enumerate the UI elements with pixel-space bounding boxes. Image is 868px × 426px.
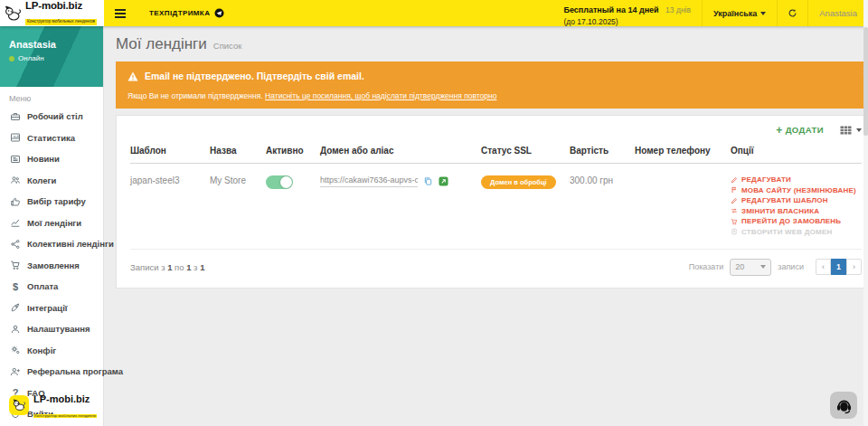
profile-panel: Anastasia Онлайн <box>0 26 103 87</box>
sidebar-item-integrations[interactable]: Інтеграції <box>0 298 103 319</box>
telegram-icon <box>214 8 224 18</box>
trial-plan-label: Бесплатный на 14 дней <box>563 5 658 14</box>
share-icon <box>10 239 21 250</box>
username-menu[interactable]: Anastasia <box>807 0 868 26</box>
headset-icon <box>835 397 853 414</box>
page-1-button[interactable]: 1 <box>831 259 846 275</box>
sidebar-item-desktop[interactable]: Робочий стіл <box>0 106 103 128</box>
domain-link[interactable]: https://cakawi7636-aupvs-com-42 <box>320 175 418 187</box>
table-row: japan-steel3 My Store https://cakawi7636… <box>130 164 862 250</box>
desktop-icon <box>10 111 21 122</box>
row-options: РЕДАГУВАТИ МОВА САЙТУ (НЕЗМІНЮВАНЕ) РЕДА… <box>731 164 862 250</box>
resend-confirmation-link[interactable]: Натисніть це посилання, щоб надіслати пі… <box>265 91 496 100</box>
brand-tagline: Конструктор мобильных лендингов <box>25 19 97 25</box>
page-title: Мої лендінги <box>116 35 207 53</box>
sidebar-item-colleagues[interactable]: Колеги <box>0 170 103 192</box>
main-content: Мої лендінги Список Email не підтверджен… <box>104 26 868 426</box>
chevron-down-icon <box>856 128 862 132</box>
open-site-icon[interactable] <box>439 176 448 186</box>
edit-option[interactable]: РЕДАГУВАТИ <box>731 175 856 184</box>
col-header-active: Активно <box>266 138 320 164</box>
menu-section-label: Меню <box>0 87 103 106</box>
trend-chart-icon <box>10 217 21 228</box>
rocket-icon <box>10 302 21 313</box>
scrollbar-thumb[interactable] <box>863 27 868 136</box>
newspaper-icon <box>10 154 21 165</box>
dog-mascot-icon <box>9 395 29 415</box>
email-warning-banner: Email не підтверджено. Підтвердіть свій … <box>116 62 868 109</box>
grid-view-icon <box>840 126 852 135</box>
sidebar-item-payment[interactable]: $Оплата <box>0 276 103 298</box>
sidebar-item-tariff[interactable]: Вибір тарифу <box>0 191 103 213</box>
col-header-options: Опції <box>731 138 862 164</box>
pagination: ‹ 1 › <box>816 259 862 275</box>
page-size-select[interactable]: 20 <box>730 259 771 276</box>
dog-mascot-icon <box>4 5 22 22</box>
support-label: ТЕХПІДТРИМКА <box>149 9 210 17</box>
cell-phone <box>635 164 731 250</box>
banner-title-text: Email не підтверджено. Підтвердіть свій … <box>145 71 364 81</box>
col-header-cost: Вартість <box>570 138 635 164</box>
site-language-option[interactable]: МОВА САЙТУ (НЕЗМІНЮВАНЕ) <box>731 186 856 194</box>
language-selector[interactable]: Українська <box>702 0 777 26</box>
sidebar-footer-logo[interactable]: LP-mobi.biz Конструктор мобільних лендин… <box>9 391 97 420</box>
trial-until-date: (до 17.10.2025) <box>563 17 691 27</box>
user-icon <box>10 324 21 335</box>
go-to-orders-option[interactable]: ПЕРЕЙТИ ДО ЗАМОВЛЕНЬ <box>731 217 856 225</box>
user-plus-icon <box>10 366 21 377</box>
support-chat-button[interactable] <box>830 392 857 419</box>
next-page-button[interactable]: › <box>846 259 862 275</box>
create-web-domain-option[interactable]: СТВОРИТИ WEB ДОМЕН <box>731 228 856 236</box>
copy-icon[interactable] <box>423 176 433 186</box>
pencil-icon <box>731 197 738 204</box>
refresh-button[interactable] <box>777 0 807 26</box>
sidebar-item-settings[interactable]: Налаштування <box>0 318 103 340</box>
change-owner-option[interactable]: ЗМІНИТИ ВЛАСНИКА <box>731 207 856 215</box>
col-header-name: Назва <box>210 138 266 164</box>
pencil-icon <box>731 176 738 184</box>
sidebar-item-statistics[interactable]: Статистика <box>0 128 103 149</box>
profile-name: Anastasia <box>9 39 94 50</box>
sidebar-item-news[interactable]: Новини <box>0 148 103 170</box>
sidebar: Anastasia Онлайн Меню Робочий стіл Стати… <box>0 26 104 426</box>
edit-template-option[interactable]: РЕДАГУВАТИ ШАБЛОН <box>731 196 856 204</box>
online-status-dot <box>9 56 14 62</box>
show-label: Показати <box>689 262 724 271</box>
sidebar-item-config[interactable]: Конфіг <box>0 340 103 362</box>
thumb-up-icon <box>10 196 21 207</box>
footer-brand-tagline: Конструктор мобільних лендингів <box>33 414 97 418</box>
warning-icon <box>127 71 138 81</box>
cell-landing-name: My Store <box>210 164 266 250</box>
profile-status-label: Онлайн <box>18 54 44 62</box>
chevron-down-icon <box>760 12 766 15</box>
footer-brand-name: LP-mobi.biz <box>33 393 90 404</box>
view-mode-dropdown[interactable] <box>840 126 862 135</box>
scrollbar[interactable] <box>863 0 868 426</box>
brand-name: LP-mobi.biz <box>25 1 97 12</box>
menu-toggle-button[interactable] <box>104 0 137 26</box>
col-header-ssl: Статус SSL <box>481 138 570 164</box>
sidebar-item-orders[interactable]: Замовлення <box>0 255 103 277</box>
app-window: LP-mobi.biz Конструктор мобильных лендин… <box>0 0 868 426</box>
plus-icon: + <box>776 126 782 135</box>
sidebar-item-referral[interactable]: Реферальна програма <box>0 361 103 383</box>
brand-logo[interactable]: LP-mobi.biz Конструктор мобильных лендин… <box>0 0 104 26</box>
active-toggle[interactable] <box>266 175 293 189</box>
trial-days-left: 13 днів <box>665 5 691 14</box>
banner-body-text: Якщо Ви не отримали підтвердження. <box>127 91 263 100</box>
support-link[interactable]: ТЕХПІДТРИМКА <box>137 0 237 26</box>
cell-template-name: japan-steel3 <box>130 164 210 250</box>
records-info: Записи з 1 по 1 з 1 <box>130 262 204 272</box>
col-header-phone: Номер телефону <box>635 138 731 164</box>
sidebar-item-my-landings[interactable]: Мої лендінги <box>0 213 103 234</box>
document-icon <box>731 228 738 235</box>
records-label: записи <box>778 262 804 271</box>
prev-page-button[interactable]: ‹ <box>816 259 831 275</box>
trial-status: Бесплатный на 14 дней 13 днів (до 17.10.… <box>563 0 702 27</box>
landings-table-card: + ДОДАТИ Шаблон Назва Активно Домен або … <box>116 115 868 289</box>
col-header-template: Шаблон <box>130 138 210 164</box>
sidebar-item-collective-landings[interactable]: Колективні лендінги <box>0 233 103 255</box>
bar-chart-icon <box>10 132 21 143</box>
add-landing-button[interactable]: + ДОДАТИ <box>776 125 824 135</box>
gears-icon <box>10 345 21 355</box>
